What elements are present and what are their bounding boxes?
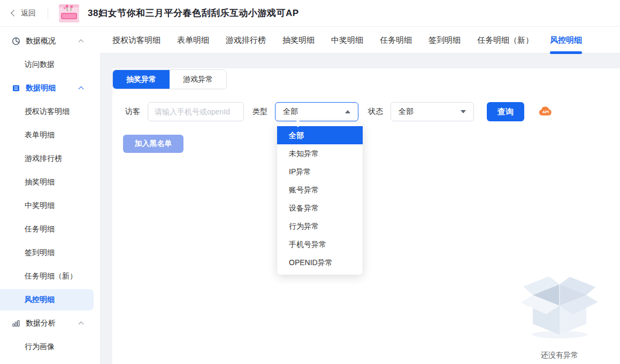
visitor-label: 访客 (125, 107, 140, 117)
sidebar-item-visit-data[interactable]: 访问数据 (0, 53, 100, 76)
back-label: 返回 (21, 9, 36, 18)
sidebar-group-label: 数据概况 (26, 36, 56, 46)
chevron-up-icon (79, 322, 84, 327)
visitor-input[interactable] (148, 102, 244, 121)
sidebar-item-lottery-detail[interactable]: 抽奖明细 (0, 171, 100, 194)
status-label: 状态 (368, 107, 383, 117)
sidebar-group-data-detail[interactable]: 数据明细 (0, 76, 100, 100)
dropdown-option-account[interactable]: 账号异常 (277, 181, 363, 199)
tab-lottery-detail[interactable]: 抽奖明细 (282, 27, 315, 53)
sidebar-group-label: 数据明细 (26, 83, 56, 93)
empty-box-icon (517, 268, 602, 341)
sidebar-item-task-detail[interactable]: 任务明细 (0, 218, 100, 241)
dropdown-option-unknown[interactable]: 未知异常 (277, 144, 363, 162)
list-icon (12, 84, 20, 92)
app-screen: 返回 38妇女节你和三月平分春色刮刮乐互动小游戏可AP (0, 0, 620, 364)
arrow-up-icon (345, 110, 350, 113)
sidebar: 数据概况 访问数据 数据明细 授权访客明细 表单明细 游戏排行榜 抽奖明细 中奖… (0, 27, 100, 364)
sidebar-item-winning-detail[interactable]: 中奖明细 (0, 194, 100, 218)
tab-winning-detail[interactable]: 中奖明细 (331, 27, 363, 53)
sidebar-item-form-detail[interactable]: 表单明细 (0, 123, 100, 147)
chevron-up-icon (79, 87, 84, 92)
top-header: 返回 38妇女节你和三月平分春色刮刮乐互动小游戏可AP (0, 0, 620, 27)
main-tabbar: 授权访客明细 表单明细 游戏排行榜 抽奖明细 中奖明细 任务明细 签到明细 任务… (100, 27, 620, 53)
type-select[interactable]: 全部 (275, 102, 358, 121)
bar-chart-icon (12, 319, 20, 328)
dropdown-option-ip[interactable]: IP异常 (277, 162, 363, 181)
dropdown-option-behavior[interactable]: 行为异常 (277, 217, 363, 235)
search-button[interactable]: 查询 (487, 102, 524, 121)
tab-task-detail-new[interactable]: 任务明细（新） (477, 27, 533, 53)
dropdown-option-openid[interactable]: OPENID异常 (277, 253, 363, 272)
back-button[interactable]: 返回 (12, 9, 36, 18)
filter-row: 访客 类型 全部 状态 全部 查询 API (112, 102, 620, 121)
tab-form-detail[interactable]: 表单明细 (177, 27, 209, 53)
empty-state: 还没有异常 (517, 268, 602, 360)
sidebar-item-task-detail-new[interactable]: 任务明细（新） (0, 265, 100, 288)
sidebar-item-signin-detail[interactable]: 签到明细 (0, 241, 100, 265)
add-blacklist-button[interactable]: 加入黑名单 (123, 135, 183, 153)
sidebar-item-risk-detail[interactable]: 风控明细 (0, 288, 100, 312)
empty-state-text: 还没有异常 (517, 351, 602, 360)
chevron-left-icon (11, 10, 18, 17)
svg-text:API: API (542, 110, 549, 114)
dropdown-option-all[interactable]: 全部 (277, 126, 363, 144)
tab-game-ranking[interactable]: 游戏排行榜 (226, 27, 266, 53)
sidebar-group-data-overview[interactable]: 数据概况 (0, 29, 100, 53)
subtab-lottery-anomaly[interactable]: 抽奖异常 (113, 70, 170, 89)
sidebar-item-game-ranking[interactable]: 游戏排行榜 (0, 147, 100, 171)
type-dropdown-menu: 全部 未知异常 IP异常 账号异常 设备异常 行为异常 手机号异常 OPENID… (277, 123, 363, 275)
tab-signin-detail[interactable]: 签到明细 (428, 27, 461, 53)
dropdown-option-device[interactable]: 设备异常 (277, 199, 363, 217)
tab-task-detail[interactable]: 任务明细 (380, 27, 412, 53)
tab-risk-detail[interactable]: 风控明细 (550, 27, 582, 53)
sidebar-group-label: 数据分析 (26, 319, 56, 328)
sidebar-item-auth-visitor-detail[interactable]: 授权访客明细 (0, 100, 100, 123)
arrow-down-icon (461, 110, 466, 113)
pie-chart-icon (12, 37, 20, 45)
subtab-game-anomaly[interactable]: 游戏异常 (170, 70, 226, 89)
status-select[interactable]: 全部 (391, 102, 474, 121)
anomaly-subtabs: 抽奖异常 游戏异常 (112, 69, 227, 89)
header-divider (48, 7, 48, 19)
page-title: 38妇女节你和三月平分春色刮刮乐互动小游戏可AP (88, 7, 299, 19)
type-label: 类型 (252, 107, 267, 117)
chevron-up-icon (79, 40, 84, 45)
sidebar-item-behavior-portrait[interactable]: 行为画像 (0, 335, 100, 359)
dropdown-option-phone[interactable]: 手机号异常 (277, 235, 363, 253)
tab-auth-visitor-detail[interactable]: 授权访客明细 (112, 27, 160, 53)
activity-thumbnail (59, 4, 79, 22)
sidebar-group-data-analysis[interactable]: 数据分析 (0, 312, 100, 335)
api-badge[interactable]: API (538, 105, 554, 118)
